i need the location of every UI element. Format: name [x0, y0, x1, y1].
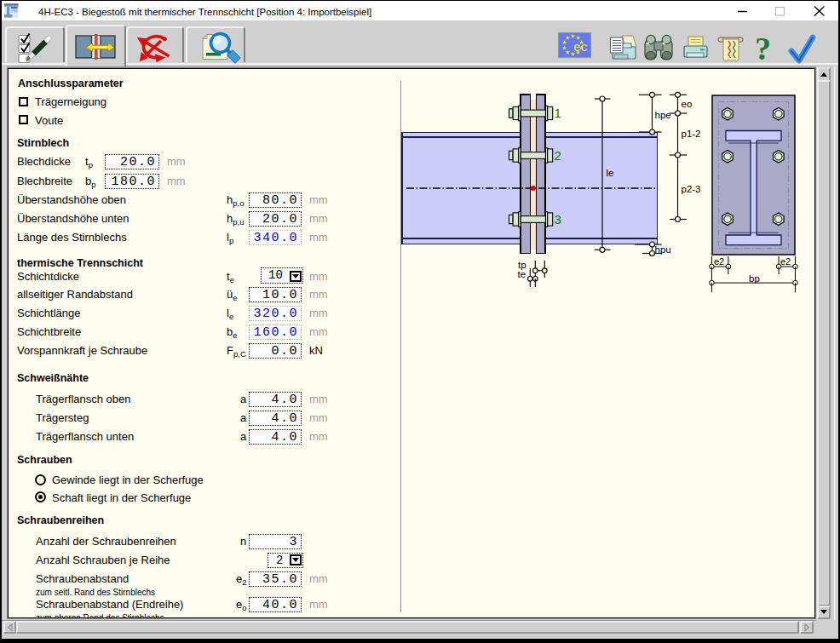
svg-text:3: 3: [555, 212, 561, 227]
svg-text:le: le: [607, 168, 614, 178]
svg-text:eo: eo: [682, 99, 693, 109]
svg-text:bp: bp: [749, 273, 760, 284]
svg-text:p1-2: p1-2: [682, 129, 701, 139]
svg-text:hpu: hpu: [655, 244, 671, 255]
svg-text:e2: e2: [714, 256, 724, 267]
svg-text:?: ?: [755, 31, 771, 66]
svg-text:ec: ec: [573, 41, 588, 55]
svg-text:2: 2: [555, 148, 561, 163]
svg-text:e2: e2: [780, 256, 791, 267]
svg-text:te: te: [518, 269, 526, 279]
svg-text:hpe: hpe: [655, 110, 671, 120]
svg-text:p2-3: p2-3: [682, 184, 701, 194]
svg-text:1: 1: [555, 106, 561, 120]
